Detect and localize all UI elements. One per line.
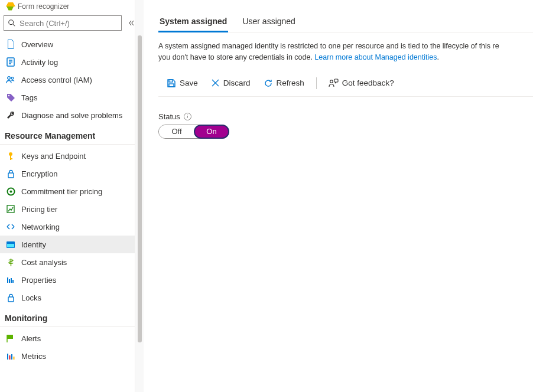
sidebar-item-identity[interactable]: Identity bbox=[0, 236, 135, 253]
collapse-sidebar-button[interactable] bbox=[126, 18, 137, 28]
lock-icon bbox=[6, 293, 15, 302]
svg-point-14 bbox=[9, 190, 12, 192]
description-text-1: A system assigned managed identity is re… bbox=[158, 42, 499, 50]
discard-label: Discard bbox=[223, 79, 251, 87]
sidebar-item-locks[interactable]: Locks bbox=[0, 289, 135, 306]
discard-button[interactable]: Discard bbox=[206, 76, 255, 90]
svg-point-6 bbox=[8, 77, 11, 80]
sidebar-item-label: Encryption bbox=[21, 169, 57, 178]
svg-rect-31 bbox=[169, 84, 174, 87]
sidebar-item-label: Metrics bbox=[21, 352, 46, 361]
tag-icon bbox=[6, 93, 15, 102]
svg-rect-18 bbox=[7, 242, 14, 244]
sidebar-item-pricing-tier[interactable]: Pricing tier bbox=[0, 200, 135, 218]
sidebar-item-properties[interactable]: Properties bbox=[0, 271, 135, 289]
save-icon bbox=[167, 79, 176, 88]
key-icon bbox=[6, 151, 15, 161]
status-toggle-off[interactable]: Off bbox=[159, 125, 194, 138]
learn-more-link[interactable]: Learn more about Managed identities bbox=[314, 53, 437, 61]
status-label-row: Status i bbox=[158, 112, 533, 121]
identity-tabs: System assigned User assigned bbox=[158, 11, 533, 32]
feedback-button[interactable]: Got feedback? bbox=[324, 76, 399, 90]
person-feedback-icon bbox=[329, 79, 339, 87]
refresh-label: Refresh bbox=[277, 79, 304, 87]
sidebar-item-label: Diagnose and solve problems bbox=[21, 111, 122, 120]
status-toggle-on[interactable]: On bbox=[194, 125, 229, 139]
sidebar-item-activity-log[interactable]: Activity log bbox=[0, 53, 135, 71]
nav: Overview Activity log Access control (IA… bbox=[0, 35, 135, 392]
section-monitoring: Monitoring bbox=[0, 306, 135, 327]
svg-rect-30 bbox=[169, 80, 173, 82]
sidebar-item-encryption[interactable]: Encryption bbox=[0, 165, 135, 182]
sidebar-item-access-control[interactable]: Access control (IAM) bbox=[0, 71, 135, 89]
lock-icon bbox=[6, 169, 15, 178]
people-icon bbox=[6, 75, 15, 84]
resource-type-header: Form recognizer bbox=[0, 0, 135, 15]
sidebar-item-overview[interactable]: Overview bbox=[0, 35, 135, 53]
save-button[interactable]: Save bbox=[162, 76, 203, 90]
sidebar-item-label: Locks bbox=[21, 293, 41, 302]
info-icon[interactable]: i bbox=[184, 113, 191, 120]
svg-line-1 bbox=[13, 24, 15, 27]
cost-icon bbox=[6, 257, 15, 267]
search-input-wrap[interactable] bbox=[4, 15, 122, 31]
status-block: Status i Off On bbox=[158, 97, 533, 139]
feedback-label: Got feedback? bbox=[342, 79, 394, 87]
tab-user-assigned[interactable]: User assigned bbox=[241, 11, 297, 32]
svg-rect-23 bbox=[8, 297, 14, 302]
sidebar-item-networking[interactable]: Networking bbox=[0, 218, 135, 236]
sidebar-item-alerts[interactable]: Alerts bbox=[0, 329, 135, 347]
sidebar: Form recognizer Overview Activity log Ac… bbox=[0, 0, 135, 392]
identity-description: A system assigned managed identity is re… bbox=[158, 32, 533, 73]
toolbar-separator bbox=[316, 77, 317, 89]
sidebar-item-label: Overview bbox=[21, 40, 53, 49]
svg-rect-11 bbox=[10, 158, 12, 159]
hex-icon bbox=[6, 2, 15, 11]
properties-icon bbox=[6, 275, 15, 285]
network-icon bbox=[6, 222, 15, 231]
svg-point-7 bbox=[11, 77, 14, 80]
tab-system-assigned[interactable]: System assigned bbox=[158, 11, 228, 32]
close-icon bbox=[211, 79, 220, 87]
sidebar-item-diagnose[interactable]: Diagnose and solve problems bbox=[0, 106, 135, 124]
status-toggle[interactable]: Off On bbox=[158, 125, 229, 139]
save-label: Save bbox=[180, 79, 198, 87]
svg-point-0 bbox=[9, 20, 14, 25]
sidebar-item-label: Identity bbox=[21, 240, 46, 249]
sidebar-item-commitment-pricing[interactable]: Commitment tier pricing bbox=[0, 182, 135, 200]
search-input[interactable] bbox=[20, 19, 119, 28]
refresh-button[interactable]: Refresh bbox=[259, 76, 309, 90]
sidebar-item-label: Commitment tier pricing bbox=[21, 187, 102, 196]
log-icon bbox=[6, 57, 15, 67]
sidebar-item-label: Activity log bbox=[21, 58, 58, 67]
sidebar-item-label: Access control (IAM) bbox=[21, 76, 92, 84]
status-label: Status bbox=[158, 112, 180, 121]
sidebar-item-label: Pricing tier bbox=[21, 205, 57, 214]
wrench-icon bbox=[6, 110, 15, 120]
sidebar-item-label: Properties bbox=[21, 276, 56, 285]
sidebar-item-metrics[interactable]: Metrics bbox=[0, 347, 135, 365]
sidebar-item-keys-endpoint[interactable]: Keys and Endpoint bbox=[0, 147, 135, 165]
sidebar-item-cost-analysis[interactable]: Cost analysis bbox=[0, 253, 135, 271]
sidebar-scrollbar[interactable] bbox=[135, 0, 144, 392]
scrollbar-thumb[interactable] bbox=[138, 35, 142, 342]
svg-point-8 bbox=[8, 94, 9, 96]
sidebar-item-label: Alerts bbox=[21, 334, 41, 343]
flag-icon bbox=[6, 334, 15, 343]
svg-rect-15 bbox=[7, 205, 14, 213]
description-text-2: you don't have to store any credentials … bbox=[158, 53, 314, 61]
metrics-icon bbox=[6, 351, 15, 361]
svg-rect-24 bbox=[7, 335, 13, 339]
circle-dot-icon bbox=[6, 187, 15, 196]
sidebar-item-label: Keys and Endpoint bbox=[21, 152, 86, 161]
sidebar-item-tags[interactable]: Tags bbox=[0, 89, 135, 106]
section-resource-management: Resource Management bbox=[0, 124, 135, 145]
search-icon bbox=[8, 19, 16, 27]
svg-rect-12 bbox=[8, 173, 14, 178]
identity-icon bbox=[6, 240, 15, 249]
sidebar-item-label: Tags bbox=[21, 93, 37, 102]
resource-type-label: Form recognizer bbox=[18, 2, 69, 11]
document-icon bbox=[6, 40, 15, 49]
svg-rect-33 bbox=[334, 79, 338, 82]
refresh-icon bbox=[264, 79, 273, 88]
